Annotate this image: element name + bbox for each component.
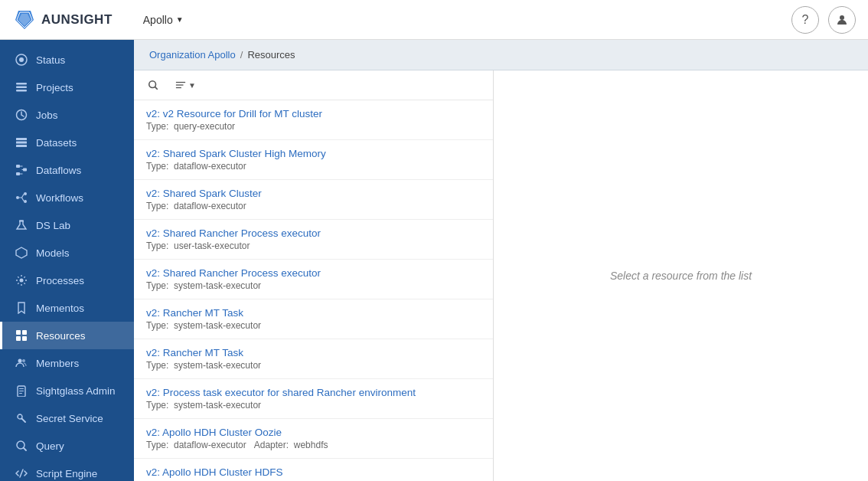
- resource-name: v2: Apollo HDH Cluster HDFS: [146, 466, 481, 478]
- sidebar-item-status[interactable]: Status: [0, 46, 134, 74]
- sidebar-label-workflows: Workflows: [36, 192, 83, 204]
- sidebar-item-processes[interactable]: Processes: [0, 267, 134, 294]
- svg-rect-7: [16, 87, 27, 89]
- search-button[interactable]: [142, 77, 165, 93]
- resource-item[interactable]: v2: Shared Rancher Process executor Type…: [134, 260, 493, 299]
- svg-point-21: [20, 279, 24, 283]
- logo: AUNSIGHT: [12, 8, 113, 32]
- resource-meta: Type: dataflow-executor: [146, 161, 481, 172]
- secret-service-icon: [15, 411, 28, 425]
- topbar: AUNSIGHT Apollo ▼ ?: [0, 0, 868, 40]
- datasets-icon: [15, 136, 28, 149]
- user-button[interactable]: [828, 6, 856, 34]
- resource-item[interactable]: v2: Shared Spark Cluster Type: dataflow-…: [134, 180, 493, 220]
- sidebar-item-dslab[interactable]: DS Lab: [0, 211, 134, 239]
- resource-meta: Type: dataflow-executorAdapter: webhdfs: [146, 440, 481, 450]
- dropdown-arrow-icon: ▼: [176, 15, 184, 24]
- jobs-icon: [15, 108, 28, 122]
- resource-item[interactable]: v2: Apollo HDH Cluster HDFS Type: datase…: [134, 459, 493, 481]
- sidebar-item-secret-service[interactable]: Secret Service: [0, 404, 134, 432]
- sidebar-label-datasets: Datasets: [36, 137, 77, 149]
- help-button[interactable]: ?: [791, 6, 819, 34]
- breadcrumb: Organization Apollo / Resources: [134, 40, 868, 70]
- search-icon: [148, 80, 158, 90]
- processes-icon: [15, 273, 28, 287]
- sidebar-item-dataflows[interactable]: Dataflows: [0, 156, 134, 184]
- sidebar: Status Projects Jobs Datasets Dataflows: [0, 40, 134, 481]
- logo-text: AUNSIGHT: [41, 12, 113, 28]
- dataflows-icon: [15, 163, 28, 177]
- svg-point-26: [18, 359, 22, 363]
- svg-point-17: [24, 192, 27, 195]
- resource-item[interactable]: v2: v2 Resource for Drill for MT cluster…: [134, 100, 493, 140]
- sidebar-item-members[interactable]: Members: [0, 349, 134, 377]
- sidebar-label-jobs: Jobs: [36, 110, 58, 121]
- sidebar-item-projects[interactable]: Projects: [0, 74, 134, 101]
- resource-name: v2: Rancher MT Task: [146, 307, 481, 319]
- sidebar-item-workflows[interactable]: Workflows: [0, 184, 134, 211]
- sidebar-label-query: Query: [36, 440, 64, 452]
- sidebar-label-processes: Processes: [36, 275, 84, 286]
- svg-rect-31: [19, 393, 22, 394]
- sidebar-label-status: Status: [36, 54, 65, 66]
- topbar-left: AUNSIGHT Apollo ▼: [12, 8, 190, 32]
- sidebar-item-sightglass[interactable]: Sightglass Admin: [0, 377, 134, 404]
- sidebar-item-resources[interactable]: Resources: [0, 322, 134, 349]
- split-pane: ▼ v2: v2 Resource for Drill for MT clust…: [134, 70, 868, 481]
- sidebar-label-sightglass: Sightglass Admin: [36, 385, 116, 397]
- sidebar-item-models[interactable]: Models: [0, 239, 134, 267]
- svg-point-3: [840, 15, 844, 20]
- svg-rect-8: [16, 90, 27, 92]
- svg-marker-20: [16, 247, 27, 258]
- status-icon: [15, 53, 28, 67]
- resource-meta: Type: dataflow-executor: [146, 201, 481, 211]
- resource-name: v2: Process task executor for shared Ran…: [146, 387, 481, 398]
- sidebar-label-dataflows: Dataflows: [36, 165, 81, 176]
- sidebar-item-jobs[interactable]: Jobs: [0, 101, 134, 129]
- topbar-right: ?: [791, 6, 856, 34]
- svg-rect-22: [16, 330, 21, 335]
- resource-meta: Type: system-task-executor: [146, 320, 481, 331]
- query-icon: [15, 439, 28, 453]
- sidebar-label-mementos: Mementos: [36, 303, 84, 314]
- resource-name: v2: Shared Spark Cluster High Memory: [146, 148, 481, 159]
- sidebar-label-script-engine: Script Engine: [36, 468, 97, 479]
- logo-icon: [12, 8, 37, 32]
- sort-filter-button[interactable]: ▼: [169, 77, 202, 93]
- resource-item[interactable]: v2: Apollo HDH Cluster Oozie Type: dataf…: [134, 419, 493, 459]
- sidebar-item-datasets[interactable]: Datasets: [0, 129, 134, 156]
- sidebar-label-models: Models: [36, 247, 70, 259]
- org-selector[interactable]: Apollo ▼: [137, 11, 190, 29]
- sightglass-icon: [15, 384, 28, 398]
- help-icon: ?: [802, 13, 809, 27]
- resource-item[interactable]: v2: Shared Rancher Process executor Type…: [134, 220, 493, 260]
- svg-rect-11: [16, 142, 27, 144]
- sidebar-label-dslab: DS Lab: [36, 220, 70, 231]
- main-layout: Status Projects Jobs Datasets Dataflows: [0, 40, 868, 481]
- sidebar-item-mementos[interactable]: Mementos: [0, 294, 134, 322]
- filter-arrow-icon: ▼: [188, 81, 196, 90]
- breadcrumb-org-link[interactable]: Organization Apollo: [149, 49, 236, 61]
- svg-rect-13: [16, 165, 20, 168]
- sidebar-label-projects: Projects: [36, 82, 73, 93]
- workflows-icon: [15, 191, 28, 205]
- resource-name: v2: Shared Rancher Process executor: [146, 267, 481, 279]
- resource-meta: Type: system-task-executor: [146, 280, 481, 291]
- resource-name: v2: v2 Resource for Drill for MT cluster: [146, 108, 481, 119]
- resources-icon: [15, 329, 28, 342]
- sidebar-label-resources: Resources: [36, 330, 86, 342]
- resource-item[interactable]: v2: Rancher MT Task Type: system-task-ex…: [134, 299, 493, 339]
- sidebar-item-query[interactable]: Query: [0, 432, 134, 460]
- resource-item[interactable]: v2: Shared Spark Cluster High Memory Typ…: [134, 140, 493, 180]
- resource-item[interactable]: v2: Process task executor for shared Ran…: [134, 379, 493, 419]
- svg-rect-19: [19, 221, 24, 222]
- resource-item[interactable]: v2: Rancher MT Task Type: system-task-ex…: [134, 339, 493, 379]
- svg-rect-12: [16, 145, 27, 147]
- sidebar-item-script-engine[interactable]: Script Engine: [0, 460, 134, 481]
- svg-rect-23: [22, 330, 27, 335]
- svg-point-16: [16, 196, 19, 199]
- svg-rect-25: [22, 336, 27, 341]
- resource-list: v2: v2 Resource for Drill for MT cluster…: [134, 100, 493, 481]
- models-icon: [15, 246, 28, 260]
- mementos-icon: [15, 301, 28, 315]
